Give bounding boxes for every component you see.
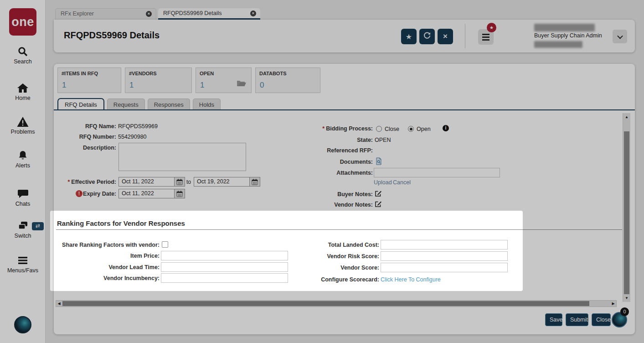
- tab-responses[interactable]: Responses: [148, 99, 190, 110]
- vendor-incumbency-label: Vendor Incumbency:: [54, 275, 160, 281]
- assistant-avatar[interactable]: [14, 316, 31, 333]
- configure-scorecard-link[interactable]: Click Here To Configure: [381, 276, 441, 283]
- total-landed-cost-field[interactable]: [381, 240, 508, 249]
- tab-rfq-details-sub[interactable]: RFQ Details: [57, 98, 104, 110]
- tab-rfx-explorer[interactable]: RFx Explorer ×: [55, 8, 156, 20]
- stat-items-in-rfq[interactable]: #ITEMS IN RFQ 1: [57, 68, 121, 93]
- horizontal-scroll-thumb[interactable]: [62, 301, 589, 306]
- upload-link[interactable]: Upload: [374, 179, 392, 186]
- effective-to-field[interactable]: Oct 19, 2022: [194, 177, 260, 187]
- rfq-name-label: RFQ Name:: [54, 123, 116, 130]
- scroll-down-icon[interactable]: ▼: [623, 295, 630, 301]
- scroll-left-icon[interactable]: ◀: [56, 301, 62, 307]
- vendor-score-field[interactable]: [381, 263, 508, 272]
- description-field[interactable]: [118, 143, 246, 171]
- rfq-number-label: RFQ Number:: [54, 134, 116, 140]
- ranking-section-heading: Ranking Factors for Vendor Responses: [57, 219, 185, 227]
- sidebar-item-label: Problems: [11, 129, 35, 135]
- assistant-badge-count: 0: [620, 307, 629, 316]
- horizontal-scrollbar[interactable]: ◀ ▶: [56, 300, 617, 307]
- radio-close[interactable]: [376, 126, 382, 132]
- calendar-icon[interactable]: [174, 189, 185, 198]
- radio-open[interactable]: [408, 126, 414, 132]
- effective-period-label: *Effective Period:: [54, 179, 116, 185]
- refresh-icon: [423, 31, 431, 42]
- effective-from-field[interactable]: Oct 11, 2022: [118, 177, 185, 187]
- switch-swap-badge-icon[interactable]: ⇄: [32, 222, 44, 230]
- stat-databots[interactable]: DATABOTS 0: [255, 68, 320, 93]
- expiry-date-value: Oct 11, 2022: [119, 189, 174, 198]
- item-price-field[interactable]: [161, 251, 288, 260]
- edit-icon[interactable]: [375, 200, 382, 208]
- expiry-date-field[interactable]: Oct 11, 2022: [118, 189, 185, 198]
- referenced-rfp-label: Referenced RFP:: [300, 147, 373, 154]
- calendar-icon[interactable]: [174, 177, 185, 186]
- scroll-right-icon[interactable]: ▶: [610, 301, 616, 307]
- to-text: to: [186, 179, 191, 185]
- configure-scorecard-label: Configure Scorecard:: [273, 276, 379, 283]
- sidebar-item-label: Menus/Favs: [7, 267, 38, 274]
- sidebar: one Search Home Problems Alerts Chats: [0, 0, 46, 343]
- vendor-risk-score-field[interactable]: [381, 251, 508, 261]
- tab-rfq-details[interactable]: RFQPDS59969 Details ×: [158, 8, 260, 20]
- radio-open-label: Open: [417, 126, 431, 132]
- sidebar-item-label: Switch: [15, 233, 31, 239]
- home-icon: [17, 82, 29, 94]
- favorite-button[interactable]: ★: [401, 29, 417, 44]
- submit-button[interactable]: Submit: [566, 313, 588, 326]
- sidebar-item-label: Chats: [15, 201, 31, 207]
- calendar-icon[interactable]: [249, 177, 260, 186]
- sidebar-item-label: Alerts: [15, 162, 30, 169]
- scroll-up-icon[interactable]: ▲: [623, 114, 630, 120]
- stat-open[interactable]: OPEN 1: [196, 68, 252, 93]
- tab-requests[interactable]: Requests: [107, 99, 145, 110]
- header-divider: [465, 24, 465, 48]
- stat-value: 1: [129, 81, 134, 90]
- page-title: RFQPDS59969 Details: [64, 30, 160, 41]
- sidebar-item-label: Search: [14, 58, 32, 65]
- user-menu-button[interactable]: [613, 30, 627, 43]
- vendor-lead-time-label: Vendor Lead Time:: [54, 264, 160, 270]
- user-org-redacted: [534, 41, 582, 48]
- info-icon[interactable]: i: [443, 125, 449, 131]
- sidebar-item-chats[interactable]: Chats: [0, 188, 46, 207]
- total-landed-cost-label: Total Landed Cost:: [273, 242, 379, 248]
- vendor-incumbency-field[interactable]: [161, 273, 288, 283]
- tab-holds[interactable]: Holds: [193, 99, 221, 110]
- cancel-link[interactable]: Cancel: [393, 179, 411, 186]
- sidebar-item-menus-favs[interactable]: Menus/Favs: [0, 255, 46, 274]
- stat-label: OPEN: [200, 71, 214, 76]
- stat-label: DATABOTS: [259, 71, 286, 76]
- rfq-details-panel: #ITEMS IN RFQ 1 #VENDORS 1 OPEN 1 DATABO…: [54, 64, 635, 334]
- close-icon[interactable]: ×: [250, 10, 256, 16]
- sidebar-item-search[interactable]: Search: [0, 46, 46, 65]
- user-name-redacted: [534, 24, 595, 31]
- menu-icon: [482, 34, 489, 35]
- refresh-button[interactable]: [419, 29, 435, 44]
- one-logo[interactable]: one: [9, 8, 36, 36]
- ranking-section-divider: [56, 229, 622, 230]
- document-view-icon[interactable]: [375, 157, 382, 165]
- sidebar-item-alerts[interactable]: Alerts: [0, 150, 46, 169]
- save-button[interactable]: Save: [545, 313, 562, 326]
- menu-icon: [17, 255, 28, 266]
- close-button[interactable]: Close: [592, 313, 611, 326]
- vendor-lead-time-field[interactable]: [161, 262, 288, 272]
- sidebar-item-home[interactable]: Home: [0, 82, 46, 101]
- sidebar-item-problems[interactable]: Problems: [0, 116, 46, 135]
- state-label: State:: [300, 137, 373, 143]
- buyer-notes-label: Buyer Notes:: [300, 191, 373, 197]
- close-page-button[interactable]: ×: [438, 29, 453, 44]
- edit-icon[interactable]: [375, 190, 382, 197]
- rfq-name-value: RFQPDS59969: [118, 123, 158, 130]
- description-label: Description:: [54, 145, 116, 151]
- vertical-scrollbar[interactable]: ▲ ▼: [623, 113, 630, 302]
- share-ranking-checkbox[interactable]: [162, 241, 168, 248]
- attachments-field[interactable]: [374, 168, 500, 177]
- close-icon[interactable]: ×: [146, 11, 152, 17]
- vertical-scroll-thumb[interactable]: [624, 131, 629, 294]
- vendor-notes-label: Vendor Notes:: [300, 202, 373, 208]
- stat-vendors[interactable]: #VENDORS 1: [125, 68, 192, 93]
- stat-label: #VENDORS: [129, 71, 157, 76]
- star-icon: ★: [406, 32, 412, 41]
